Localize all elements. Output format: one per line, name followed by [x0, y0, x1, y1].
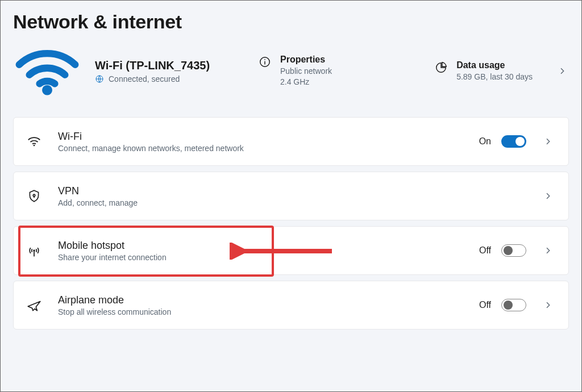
data-usage-line1: 5.89 GB, last 30 days [456, 72, 533, 82]
wifi-icon [25, 132, 43, 151]
chevron-right-icon[interactable] [543, 191, 552, 201]
shield-lock-icon [25, 187, 43, 205]
airplane-subtitle: Stop all wireless communication [58, 307, 479, 316]
connection-block: Wi-Fi (TP-LINK_7435) Connected, secured [95, 59, 243, 84]
airplane-toggle[interactable] [501, 299, 526, 311]
mobile-hotspot-setting-item[interactable]: Mobile hotspot Share your internet conne… [13, 226, 569, 275]
svg-point-0 [42, 85, 52, 95]
chevron-right-icon[interactable] [543, 137, 552, 146]
wifi-signal-icon [15, 45, 79, 97]
properties-line2: 2.4 GHz [280, 77, 332, 87]
chevron-right-icon[interactable] [543, 246, 552, 255]
hotspot-toggle[interactable] [501, 244, 526, 257]
vpn-title: VPN [58, 185, 537, 197]
airplane-title: Airplane mode [58, 294, 479, 306]
svg-point-6 [33, 194, 35, 196]
connection-name: Wi-Fi (TP-LINK_7435) [95, 59, 243, 72]
svg-point-5 [34, 145, 35, 147]
properties-button[interactable]: Properties Public network 2.4 GHz [259, 55, 332, 87]
wifi-title: Wi-Fi [58, 131, 479, 143]
wifi-subtitle: Connect, manage known networks, metered … [58, 144, 479, 153]
chevron-right-icon[interactable] [543, 301, 552, 310]
hotspot-state-label: Off [479, 245, 491, 256]
svg-point-4 [264, 59, 265, 60]
hotspot-icon [25, 241, 43, 260]
chevron-right-icon[interactable] [558, 66, 567, 76]
airplane-icon [25, 296, 43, 314]
network-status-row: Wi-Fi (TP-LINK_7435) Connected, secured … [13, 45, 569, 97]
data-usage-label: Data usage [456, 60, 533, 70]
properties-line1: Public network [280, 66, 332, 77]
vpn-subtitle: Add, connect, manage [58, 198, 537, 207]
airplane-mode-setting-item[interactable]: Airplane mode Stop all wireless communic… [13, 281, 569, 330]
info-icon [259, 56, 271, 68]
properties-label: Properties [280, 55, 332, 65]
connection-status: Connected, secured [109, 74, 180, 84]
wifi-state-label: On [479, 136, 491, 147]
vpn-setting-item[interactable]: VPN Add, connect, manage [13, 172, 569, 220]
airplane-state-label: Off [479, 300, 491, 310]
pie-chart-icon [435, 61, 447, 74]
page-title: Network & internet [13, 11, 569, 33]
wifi-setting-item[interactable]: Wi-Fi Connect, manage known networks, me… [13, 117, 569, 166]
hotspot-subtitle: Share your internet connection [58, 253, 479, 262]
hotspot-title: Mobile hotspot [58, 240, 479, 252]
globe-icon [95, 74, 104, 84]
data-usage-button[interactable]: Data usage 5.89 GB, last 30 days [435, 60, 533, 82]
wifi-toggle[interactable] [501, 135, 526, 148]
